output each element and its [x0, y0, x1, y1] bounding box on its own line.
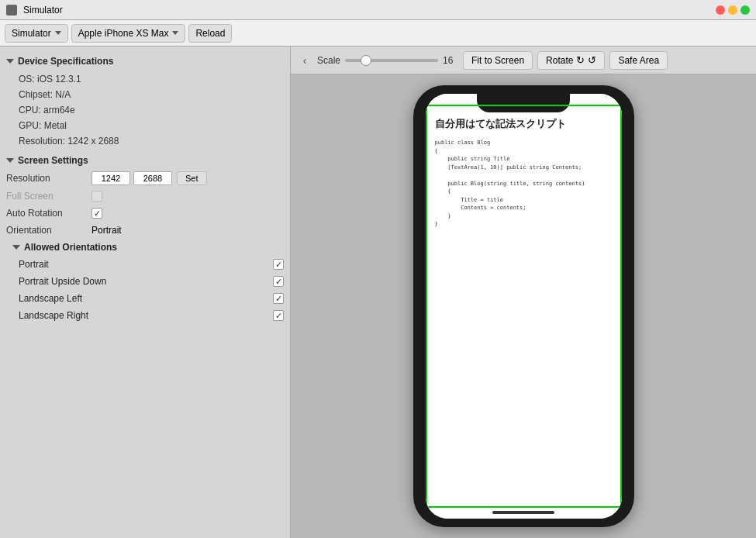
resolution-setting-label: Resolution — [6, 173, 91, 184]
cpu-label: CPU: arm64e — [19, 105, 88, 116]
gpu-label: GPU: Metal — [19, 120, 88, 131]
auto-rotation-checkbox[interactable] — [91, 208, 102, 219]
resolution-height-input[interactable] — [133, 171, 172, 185]
title-bar: Simulator — [0, 0, 756, 20]
orientation-landscape-right-label: Landscape Right — [19, 310, 273, 321]
device-specs-title: Device Specifications — [18, 56, 113, 67]
landscape-left-checkbox[interactable] — [273, 293, 284, 304]
orientation-label: Orientation — [6, 225, 91, 236]
resolution-width-input[interactable] — [91, 171, 130, 185]
gpu-row: GPU: Metal — [12, 118, 290, 133]
screen-code: public class Blog { public string Title … — [435, 139, 613, 229]
allowed-orientations-title: Allowed Orientations — [24, 242, 117, 253]
auto-rotation-row: Auto Rotation — [0, 205, 290, 222]
screen-title: 自分用はてな記法スクリプト — [435, 117, 613, 131]
portrait-checkbox[interactable] — [273, 259, 284, 270]
maximize-button[interactable] — [740, 5, 750, 15]
allowed-orientations-header[interactable]: Allowed Orientations — [0, 239, 290, 256]
full-screen-label: Full Screen — [6, 191, 91, 202]
window-controls — [716, 5, 750, 15]
screen-settings-header[interactable]: Screen Settings — [0, 152, 290, 169]
orientation-portrait-upside-down-row: Portrait Upside Down — [0, 273, 290, 290]
chevron-down-icon — [55, 31, 61, 35]
rotate-label: Rotate — [546, 55, 573, 66]
set-button[interactable]: Set — [177, 171, 207, 185]
phone-screen: 自分用はてな記法スクリプト public class Blog { public… — [426, 94, 622, 519]
full-screen-checkbox[interactable] — [91, 191, 102, 202]
scale-bar: ‹ Scale 16 Fit to Screen Rotate ↻ ↺ Safe… — [291, 47, 756, 74]
reload-label: Reload — [195, 28, 225, 39]
orientation-landscape-left-label: Landscape Left — [19, 293, 273, 304]
scale-value: 16 — [443, 55, 458, 66]
phone-outer: 自分用はてな記法スクリプト public class Blog { public… — [413, 85, 634, 527]
orientation-row: Orientation Portrait — [0, 222, 290, 239]
full-screen-row: Full Screen — [0, 188, 290, 205]
orientation-portrait-upside-down-label: Portrait Upside Down — [19, 276, 273, 287]
nav-left-arrow[interactable]: ‹ — [297, 53, 312, 68]
device-menu-button[interactable]: Apple iPhone XS Max — [71, 24, 186, 43]
resolution-label: Resolution: 1242 x 2688 — [19, 136, 119, 147]
auto-rotation-label: Auto Rotation — [6, 208, 91, 219]
reload-button[interactable]: Reload — [188, 24, 232, 43]
orientation-landscape-left-row: Landscape Left — [0, 290, 290, 307]
device-specs-content: OS: iOS 12.3.1 Chipset: N/A CPU: arm64e … — [0, 70, 290, 152]
fit-to-screen-button[interactable]: Fit to Screen — [463, 51, 533, 70]
resolution-row: Resolution: 1242 x 2688 — [12, 133, 290, 149]
phone-area: 自分用はてな記法スクリプト public class Blog { public… — [291, 74, 756, 538]
slider-thumb[interactable] — [361, 55, 371, 66]
device-specs-header[interactable]: Device Specifications — [0, 53, 290, 70]
os-label: OS: iOS 12.3.1 — [19, 74, 88, 84]
orientation-value: Portrait — [91, 225, 122, 236]
portrait-upside-down-checkbox[interactable] — [273, 276, 284, 287]
close-button[interactable] — [716, 5, 725, 15]
orientation-portrait-row: Portrait — [0, 256, 290, 273]
chipset-row: Chipset: N/A — [12, 87, 290, 102]
right-panel: ‹ Scale 16 Fit to Screen Rotate ↻ ↺ Safe… — [291, 47, 756, 538]
triangle-icon — [12, 245, 20, 250]
orientation-landscape-right-row: Landscape Right — [0, 307, 290, 324]
triangle-icon — [6, 158, 14, 163]
resolution-setting-row: Resolution Set — [0, 169, 290, 188]
home-indicator — [492, 511, 554, 514]
safe-area-button[interactable]: Safe Area — [609, 51, 668, 70]
cpu-row: CPU: arm64e — [12, 102, 290, 118]
main-content: Device Specifications OS: iOS 12.3.1 Chi… — [0, 47, 756, 538]
landscape-right-checkbox[interactable] — [273, 310, 284, 321]
rotate-ccw-icon: ↺ — [588, 54, 596, 66]
title-bar-title: Simulator — [23, 5, 63, 16]
chipset-label: Chipset: N/A — [19, 89, 88, 100]
scale-slider-container — [345, 59, 438, 62]
triangle-icon — [6, 59, 14, 64]
scale-slider[interactable] — [345, 59, 438, 62]
orientation-portrait-label: Portrait — [19, 259, 273, 270]
scale-label: Scale — [317, 55, 340, 66]
rotate-button[interactable]: Rotate ↻ ↺ — [537, 51, 605, 70]
chevron-down-icon — [172, 31, 178, 35]
device-label: Apple iPhone XS Max — [78, 28, 169, 39]
screen-settings-title: Screen Settings — [18, 155, 88, 166]
phone-notch — [477, 94, 570, 112]
toolbar: Simulator Apple iPhone XS Max Reload — [0, 20, 756, 47]
simulator-icon — [6, 5, 17, 16]
os-row: OS: iOS 12.3.1 — [12, 71, 290, 87]
simulator-label: Simulator — [12, 28, 51, 39]
simulator-menu-button[interactable]: Simulator — [5, 24, 68, 43]
screen-content: 自分用はてな記法スクリプト public class Blog { public… — [426, 94, 622, 519]
left-panel: Device Specifications OS: iOS 12.3.1 Chi… — [0, 47, 291, 538]
minimize-button[interactable] — [728, 5, 737, 15]
rotate-cw-icon: ↻ — [576, 54, 585, 66]
